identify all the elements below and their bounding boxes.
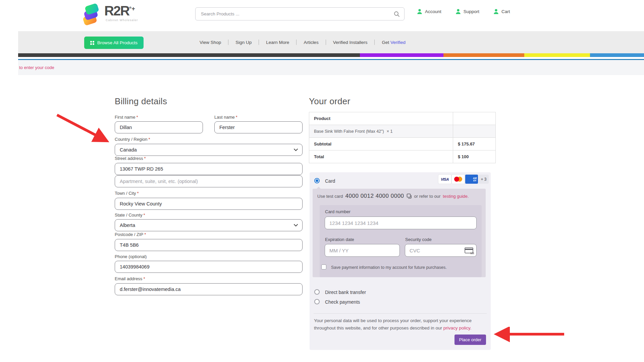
search-button[interactable] [389, 8, 404, 20]
testing-guide-link[interactable]: testing guide. [443, 194, 469, 199]
order-header-row: Product [309, 112, 495, 125]
site-header: R2R°+ Cabinet Wholesaler Account Support… [0, 0, 644, 31]
amex-icon: AMEX [465, 175, 478, 184]
street-address-field[interactable] [115, 163, 303, 175]
copy-icon[interactable] [407, 193, 412, 199]
state-label: State / County* [115, 213, 145, 218]
test-card-number: 4000 0012 4000 0000 [345, 193, 404, 199]
city-field[interactable] [115, 198, 303, 210]
coupon-notice-link[interactable]: to enter your code [18, 65, 54, 70]
nav-links: View Shop Sign Up Learn More Articles Ve… [193, 31, 413, 53]
first-name-field[interactable] [115, 121, 203, 133]
cart-person-icon [493, 9, 499, 14]
mastercard-icon [452, 175, 465, 184]
order-table: Product Base Sink With False Front (Max … [309, 112, 496, 163]
email-label: Email address* [115, 276, 145, 281]
cart-menu-item[interactable]: Cart [493, 9, 510, 14]
last-name-label: Last name* [214, 115, 237, 120]
support-person-icon [455, 9, 461, 14]
test-card-prefix: Use test card [317, 194, 343, 199]
country-select[interactable]: Canada [115, 144, 303, 156]
nav-link-get-verified[interactable]: Get Verified [375, 40, 413, 45]
subtotal-label: Subtotal [309, 138, 453, 150]
card-radio-label[interactable]: Card [325, 178, 335, 184]
country-label: Country / Region* [115, 137, 150, 142]
street-label: Street address* [115, 156, 146, 161]
city-label: Town / City* [115, 191, 139, 196]
card-number-field[interactable] [325, 217, 477, 229]
search-bar [195, 7, 405, 20]
card-radio[interactable] [314, 178, 320, 183]
bank-transfer-label[interactable]: Direct bank transfer [325, 290, 366, 295]
browse-all-products-button[interactable]: Browse All Products [84, 37, 144, 49]
place-order-button[interactable]: Place order [454, 335, 486, 345]
nav-link-sign-up[interactable]: Sign Up [228, 40, 259, 45]
logo-tagline: Cabinet Wholesaler [106, 19, 138, 22]
email-field[interactable] [115, 283, 303, 295]
check-payments-radio[interactable] [314, 299, 320, 304]
nav-link-verified-installers[interactable]: Verified Installers [326, 40, 375, 45]
annotation-arrow-place-order [490, 327, 570, 342]
cvc-field[interactable] [405, 244, 477, 257]
chevron-down-icon [294, 224, 298, 227]
expiration-field[interactable] [325, 244, 400, 257]
billing-details-section: Billing details First name* Last name* C… [115, 96, 303, 107]
header-menu: Account Support Cart [417, 9, 510, 14]
phone-label: Phone (optional) [115, 254, 147, 259]
zip-field[interactable] [115, 239, 303, 251]
save-payment-label[interactable]: Save payment information to my account f… [331, 265, 447, 270]
nav-link-learn-more[interactable]: Learn More [259, 40, 296, 45]
subtotal-row: Subtotal $ 175.67 [309, 138, 495, 150]
privacy-policy-link[interactable]: privacy policy. [443, 325, 472, 330]
total-value: $ 100 [453, 154, 495, 159]
save-payment-checkbox[interactable] [321, 264, 326, 269]
account-label: Account [425, 9, 441, 14]
zip-label: Postcode / ZIP* [115, 232, 146, 237]
total-label: Total [309, 150, 453, 163]
expiration-label: Expiration date [325, 237, 354, 242]
account-person-icon [417, 9, 422, 14]
state-select[interactable]: Alberta [115, 219, 303, 231]
visa-icon: VISA [438, 175, 451, 184]
subtotal-value: $ 175.67 [453, 141, 495, 146]
last-name-field[interactable] [214, 121, 303, 133]
security-code-label: Security code [405, 237, 432, 242]
card-payment-panel: Use test card 4000 0012 4000 0000 or ref… [313, 189, 486, 277]
rainbow-stripe [18, 53, 644, 57]
search-input[interactable] [196, 11, 389, 16]
chevron-down-icon [294, 148, 298, 151]
test-card-mid: or refer to our [414, 194, 441, 199]
bank-transfer-radio[interactable] [314, 289, 320, 295]
test-card-line: Use test card 4000 0012 4000 0000 or ref… [317, 193, 469, 199]
your-order-section: Your order Product Base Sink With False … [309, 96, 496, 107]
logo-brand: R2R [104, 3, 129, 18]
search-icon [394, 11, 400, 17]
apartment-field[interactable] [115, 175, 303, 187]
account-menu-item[interactable]: Account [417, 9, 441, 14]
support-label: Support [464, 9, 479, 14]
logo-stack-icon [84, 4, 101, 25]
total-row: Total $ 100 [309, 150, 495, 163]
billing-title: Billing details [115, 96, 303, 107]
product-column-header: Product [309, 112, 453, 125]
phone-field[interactable] [115, 261, 303, 273]
cart-label: Cart [501, 9, 510, 14]
card-brand-chips: VISA AMEX + 3 [438, 175, 489, 184]
support-menu-item[interactable]: Support [455, 9, 479, 14]
grid-icon [90, 41, 94, 45]
order-item-row: Base Sink With False Front (Max 42")× 1 [309, 125, 495, 138]
payment-methods-box: Card VISA AMEX + 3 Use test card 4000 00… [310, 172, 491, 350]
more-cards-badge: + 3 [479, 175, 489, 184]
logo-superscript: °+ [129, 5, 135, 12]
annotation-arrow-country [50, 109, 121, 149]
nav-link-articles[interactable]: Articles [297, 40, 325, 45]
privacy-notice: Your personal data will be used to proce… [314, 317, 472, 332]
order-item-qty: × 1 [387, 129, 393, 134]
site-logo[interactable]: R2R°+ Cabinet Wholesaler [84, 4, 138, 25]
coupon-notice-bar: to enter your code [18, 60, 644, 75]
browse-label: Browse All Products [97, 40, 138, 45]
order-item-name: Base Sink With False Front (Max 42")× 1 [309, 125, 453, 137]
check-payments-label[interactable]: Check payments [325, 299, 360, 305]
card-number-label: Card number [325, 209, 351, 214]
nav-link-view-shop[interactable]: View Shop [193, 40, 228, 45]
